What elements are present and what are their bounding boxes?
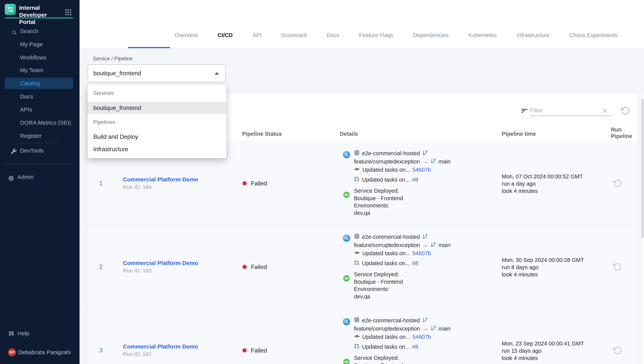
tab-api[interactable]: API: [252, 32, 262, 38]
git-branch-icon: [422, 317, 428, 324]
rerun-pipeline-icon[interactable]: [613, 179, 622, 188]
tab-docs[interactable]: Docs: [326, 32, 339, 38]
repo-icon: [354, 150, 360, 157]
commit-sha-link[interactable]: 54607b: [412, 167, 431, 173]
pipeline-name-link[interactable]: Commercial Platform Demo: [123, 176, 198, 183]
tab-cicd[interactable]: CI/CD: [218, 32, 233, 38]
sidebar-item-devtools[interactable]: DevTools: [5, 145, 73, 156]
commit-sha-link[interactable]: 54607b: [412, 250, 431, 256]
repo-icon: [354, 317, 360, 324]
detail-branch-line: feature/corruptedexception → main: [354, 325, 450, 332]
sidebar-item-register[interactable]: Register: [5, 130, 73, 142]
pr-number-link[interactable]: #8: [412, 177, 418, 183]
run-duration: took 4 minutes: [502, 187, 583, 194]
sidebar-item-my-team[interactable]: My Team: [5, 64, 73, 76]
tab-overview[interactable]: Overview: [174, 32, 198, 38]
git-commit-icon: [354, 250, 360, 257]
row-index: 1: [99, 180, 102, 187]
dropdown-option-build-and-deploy[interactable]: Build and Deploy: [88, 132, 226, 142]
scrollbar-track[interactable]: [641, 94, 644, 364]
tab-infrastructure[interactable]: Infrastructure: [517, 32, 549, 38]
sidebar-item-apis[interactable]: APIs: [5, 104, 73, 115]
sidebar-item-help[interactable]: ? Help: [5, 328, 73, 339]
target-branch: main: [438, 242, 450, 248]
sidebar-item-label: Register: [20, 133, 42, 139]
pull-request-icon: [354, 260, 360, 267]
sidebar-item-catalog[interactable]: Catalog: [5, 78, 73, 89]
pipeline-select[interactable]: boutique_frontend: [88, 64, 226, 82]
pipeline-rows: 1 Commercial Platform Demo Run ID: 184 F…: [88, 142, 638, 364]
commit-sha-link[interactable]: 54607b: [412, 334, 431, 340]
run-ago: run 8 days ago: [502, 264, 584, 271]
arrow-right-icon: →: [422, 325, 428, 332]
detail-pr-line: Updated tasks on... #8: [354, 260, 418, 267]
filter-input[interactable]: [530, 105, 612, 116]
commit-message: Updated tasks on...: [362, 250, 410, 256]
ci-module-icon: [343, 234, 350, 242]
pipeline-name-link[interactable]: Commercial Platform Demo: [123, 260, 198, 266]
sidebar-item-dora-metrics[interactable]: DORA Metrics (SEI): [5, 117, 73, 128]
tab-dependencies[interactable]: Dependencies: [413, 32, 448, 38]
app-logo-icon[interactable]: [5, 4, 16, 15]
run-ago: run 15 days ago: [502, 347, 584, 354]
sidebar-item-admin[interactable]: Admin: [5, 171, 73, 183]
sidebar-item-search[interactable]: Search: [5, 26, 73, 37]
clear-filter-icon[interactable]: [601, 107, 608, 115]
run-date: Mon, 07 Oct 2024 00:00:52 GMT: [502, 173, 583, 180]
cd-module-icon: [343, 275, 350, 283]
sidebar-item-label: My Team: [20, 67, 43, 73]
commit-message: Updated tasks on...: [362, 167, 410, 173]
svg-text:?: ?: [10, 332, 12, 335]
sidebar-item-label: Search: [20, 28, 38, 34]
tab-scorecard[interactable]: Scorecard: [282, 32, 307, 38]
dropdown-option-infrastructure[interactable]: Infrastructure: [88, 144, 226, 154]
sidebar-item-docs[interactable]: Docs: [5, 91, 73, 102]
deployed-label: Service Deployed:: [354, 187, 399, 194]
run-ago: run a day ago: [502, 180, 583, 187]
sidebar-user-menu[interactable]: DP Debabrata Panigrahi: [5, 346, 73, 358]
status-failed-dot: [242, 181, 247, 186]
pipeline-name-link[interactable]: Commercial Platform Demo: [123, 343, 198, 350]
refresh-icon[interactable]: [621, 106, 630, 116]
column-header-run-pipeline: Run Pipeline: [611, 126, 642, 139]
repo-name: e2e-commercial-hosted: [362, 317, 420, 324]
pipeline-run-row: 2 Commercial Platform Demo Run ID: 183 F…: [88, 225, 638, 309]
pull-request-icon: [354, 343, 360, 350]
tab-feature-flags[interactable]: Feature Flags: [359, 32, 393, 38]
arrow-right-icon: →: [422, 158, 428, 165]
git-branch-icon: [422, 234, 428, 240]
arrow-right-icon: →: [422, 242, 428, 248]
status-failed-dot: [242, 348, 247, 352]
pipeline-time: Mon, 23 Sep 2024 00:00:41 GMT run 15 day…: [502, 340, 584, 362]
dropdown-group-services: Services: [93, 90, 114, 96]
rerun-pipeline-icon[interactable]: [613, 346, 622, 356]
deployed-service: Boutique - Frontend: [354, 362, 403, 364]
sidebar-item-my-page[interactable]: My Page: [5, 38, 73, 50]
dropdown-option-boutique-frontend[interactable]: boutique_frontend: [88, 102, 226, 114]
pipeline-time: Mon, 07 Oct 2024 00:00:52 GMT run a day …: [502, 173, 583, 194]
entity-tabs: Overview CI/CD API Scorecard Docs Featur…: [80, 22, 644, 48]
sidebar-item-label: APIs: [20, 106, 32, 112]
git-commit-icon: [354, 333, 360, 341]
sidebar: Internal Developer Portal Search My Page…: [0, 0, 80, 364]
app-switcher-icon[interactable]: [64, 8, 73, 18]
rerun-pipeline-icon[interactable]: [613, 262, 622, 272]
detail-commit-line: Updated tasks on... 54607b: [354, 250, 431, 257]
pr-number-link[interactable]: #8: [412, 344, 418, 350]
sidebar-item-workflows[interactable]: Workflows: [5, 52, 73, 63]
sidebar-divider: [16, 143, 60, 143]
row-index: 3: [99, 347, 102, 354]
run-id: Run ID: 182: [123, 351, 152, 357]
run-duration: took 4 minutes: [502, 271, 584, 278]
tab-kubernetes[interactable]: Kubernetes: [468, 32, 497, 38]
detail-pr-line: Updated tasks on... #8: [354, 176, 418, 183]
status-text: Failed: [251, 347, 267, 354]
git-branch-icon: [430, 158, 436, 165]
scrollbar-thumb[interactable]: [641, 98, 644, 238]
pr-number-link[interactable]: #8: [412, 260, 418, 266]
commit-message: Updated tasks on...: [362, 334, 410, 340]
pr-message: Updated tasks on...: [362, 344, 410, 350]
cd-module-icon: [343, 358, 350, 364]
tab-chaos-experiments[interactable]: Chaos Experiments: [569, 32, 618, 38]
pipeline-select-value: boutique_frontend: [93, 65, 141, 82]
